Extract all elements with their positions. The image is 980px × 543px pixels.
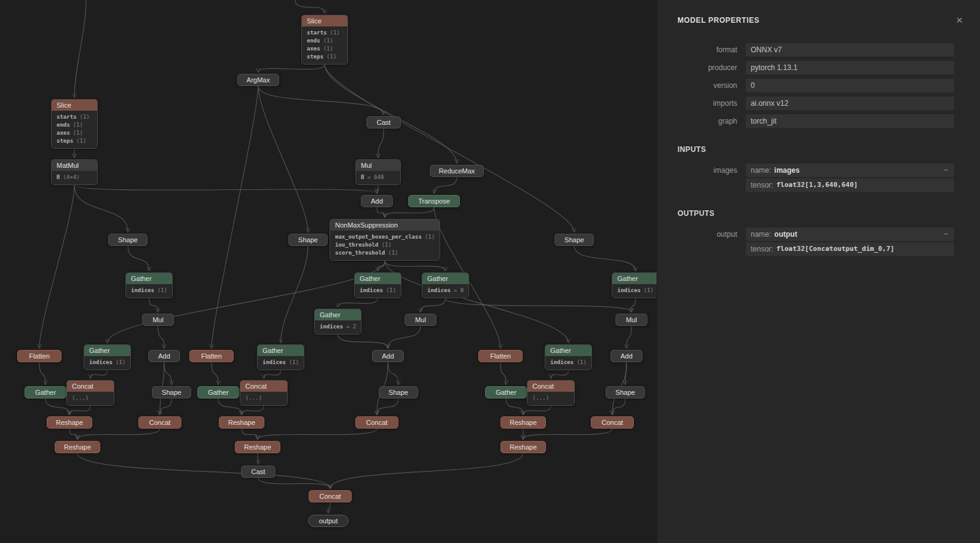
node-attribute: starts⟨1⟩ — [307, 29, 342, 37]
close-icon[interactable]: × — [954, 15, 965, 26]
node-gather_m4[interactable]: Gather — [197, 386, 239, 398]
node-reducemax[interactable]: ReduceMax — [430, 165, 484, 177]
node-concat_m2[interactable]: Concat — [355, 416, 398, 429]
output-name-row[interactable]: name: output − — [746, 228, 954, 241]
graph-nodes: Slicestarts⟨1⟩ends⟨1⟩axes⟨1⟩steps⟨1⟩ArgM… — [0, 0, 657, 543]
graph-canvas[interactable]: Slicestarts⟨1⟩ends⟨1⟩axes⟨1⟩steps⟨1⟩ArgM… — [0, 0, 657, 543]
node-attribute: indices⟨1⟩ — [617, 287, 654, 295]
node-slice_left[interactable]: Slicestarts⟨1⟩ends⟨1⟩axes⟨1⟩steps⟨1⟩ — [51, 99, 98, 149]
node-reshape_r2[interactable]: Reshape — [500, 441, 546, 453]
node-op-label: Concat — [360, 419, 393, 426]
node-concat_r2[interactable]: Concat — [591, 416, 634, 429]
node-attribute: ends⟨1⟩ — [57, 121, 92, 129]
node-gather_l1[interactable]: Gatherindices⟨1⟩ — [125, 272, 173, 298]
output-tensor-row[interactable]: tensor: float32[Concatoutput_dim_0,7] — [746, 242, 954, 256]
node-cast1[interactable]: Cast — [366, 116, 401, 129]
property-value-format[interactable]: ONNX v7 — [746, 43, 954, 57]
node-reshape_m2[interactable]: Reshape — [235, 441, 280, 453]
node-concat_l1[interactable]: Concat⟨...⟩ — [66, 380, 114, 406]
node-attribute: steps⟨1⟩ — [57, 137, 92, 145]
property-value-version[interactable]: 0 — [746, 79, 954, 92]
node-op-label: ReduceMax — [435, 167, 479, 175]
node-op-label: Gather — [258, 345, 304, 356]
node-reshape_l1[interactable]: Reshape — [47, 416, 92, 429]
node-matmul[interactable]: MatMulB⟨4×4⟩ — [51, 159, 98, 185]
node-attribute: ⟨...⟩ — [532, 394, 569, 402]
node-flatten_l[interactable]: Flatten — [17, 350, 61, 362]
node-shape_m[interactable]: Shape — [288, 234, 328, 246]
node-transpose[interactable]: Transpose — [408, 195, 460, 207]
node-concat_r1[interactable]: Concat⟨...⟩ — [527, 380, 575, 406]
node-attribute: indices⟨1⟩ — [550, 359, 587, 367]
node-attribute: ⟨...⟩ — [245, 394, 282, 402]
node-mul_l[interactable]: Mul — [142, 314, 174, 326]
node-cast2[interactable]: Cast — [241, 466, 275, 478]
collapse-icon[interactable]: − — [942, 165, 949, 175]
model-properties-list: format ONNX v7 producer pytorch 1.13.1 v… — [657, 43, 980, 128]
node-attribute: ⟨...⟩ — [72, 394, 109, 402]
node-flatten_r[interactable]: Flatten — [478, 350, 523, 362]
node-flatten_m[interactable]: Flatten — [189, 350, 234, 362]
node-add_m[interactable]: Add — [372, 350, 404, 362]
node-attribute: B= 640 — [361, 173, 395, 181]
property-value-graph[interactable]: torch_jit — [746, 114, 954, 128]
collapse-icon[interactable]: − — [942, 229, 949, 239]
node-op-label: Add — [377, 352, 399, 360]
node-op-label: Flatten — [194, 352, 229, 360]
node-op-label: Mul — [620, 316, 642, 323]
node-op-label: Reshape — [240, 443, 275, 451]
node-op-label: Mul — [356, 160, 400, 171]
node-gather_m1[interactable]: Gatherindices⟨1⟩ — [354, 272, 401, 298]
node-mul_r[interactable]: Mul — [615, 314, 647, 326]
node-mul_b640[interactable]: MulB= 640 — [355, 159, 401, 185]
node-op-label: Reshape — [224, 419, 259, 426]
node-reshape_m1[interactable]: Reshape — [219, 416, 264, 429]
node-concat_f[interactable]: Concat — [309, 490, 352, 502]
input-name-row[interactable]: name: images − — [746, 164, 954, 177]
node-concat_m1[interactable]: Concat⟨...⟩ — [240, 380, 288, 406]
node-mul_m[interactable]: Mul — [405, 314, 437, 326]
node-gather_m2[interactable]: Gatherindices= 0 — [422, 272, 469, 298]
input-tensor-value: float32[1,3,640,640] — [776, 180, 858, 190]
node-op-label: output — [313, 517, 344, 525]
node-op-label: NonMaxSuppression — [330, 220, 440, 231]
name-key: name: — [751, 229, 771, 239]
node-shape_r2[interactable]: Shape — [606, 386, 645, 398]
node-shape_l[interactable]: Shape — [108, 234, 148, 246]
node-output[interactable]: output — [308, 515, 349, 527]
node-add1[interactable]: Add — [361, 195, 393, 207]
node-shape_l2[interactable]: Shape — [152, 386, 191, 398]
node-op-label: Reshape — [505, 419, 541, 426]
property-value-producer[interactable]: pytorch 1.13.1 — [746, 61, 954, 74]
netron-app: Slicestarts⟨1⟩ends⟨1⟩axes⟨1⟩steps⟨1⟩ArgM… — [0, 0, 980, 543]
node-argmax[interactable]: ArgMax — [237, 74, 279, 86]
property-value-imports[interactable]: ai.onnx v12 — [746, 97, 954, 110]
node-op-label: Shape — [384, 389, 413, 396]
node-gather_l3[interactable]: Gather — [25, 386, 66, 398]
node-gather_c2[interactable]: Gatherindices= 2 — [314, 309, 362, 335]
node-op-label: Shape — [113, 236, 143, 244]
node-shape_r[interactable]: Shape — [555, 234, 594, 246]
node-slice_top[interactable]: Slicestarts⟨1⟩ends⟨1⟩axes⟨1⟩steps⟨1⟩ — [301, 15, 348, 65]
node-attribute: max_output_boxes_per_class⟨1⟩ — [335, 233, 435, 241]
node-gather_m3[interactable]: Gatherindices⟨1⟩ — [257, 344, 304, 370]
node-gather_r3[interactable]: Gather — [485, 386, 527, 398]
node-reshape_l2[interactable]: Reshape — [55, 441, 100, 453]
node-add_r[interactable]: Add — [611, 350, 642, 362]
node-gather_r1[interactable]: Gatherindices⟨1⟩ — [612, 272, 657, 298]
node-op-label: Gather — [30, 389, 61, 396]
input-tensor-row[interactable]: tensor: float32[1,3,640,640] — [746, 178, 954, 192]
node-reshape_r1[interactable]: Reshape — [500, 416, 546, 429]
node-add_l[interactable]: Add — [148, 350, 180, 362]
input-label: images — [670, 164, 737, 177]
node-gather_r2[interactable]: Gatherindices⟨1⟩ — [545, 344, 592, 370]
node-op-label: Concat — [240, 381, 287, 392]
node-nms[interactable]: NonMaxSuppressionmax_output_boxes_per_cl… — [330, 219, 440, 261]
node-concat_l2[interactable]: Concat — [138, 416, 181, 429]
node-gather_l2[interactable]: Gatherindices⟨1⟩ — [84, 344, 131, 370]
node-op-label: Reshape — [60, 443, 95, 451]
node-op-label: Gather — [202, 389, 234, 396]
node-shape_m2[interactable]: Shape — [379, 386, 418, 398]
output-label: output — [670, 228, 737, 241]
node-op-label: Add — [153, 352, 175, 360]
